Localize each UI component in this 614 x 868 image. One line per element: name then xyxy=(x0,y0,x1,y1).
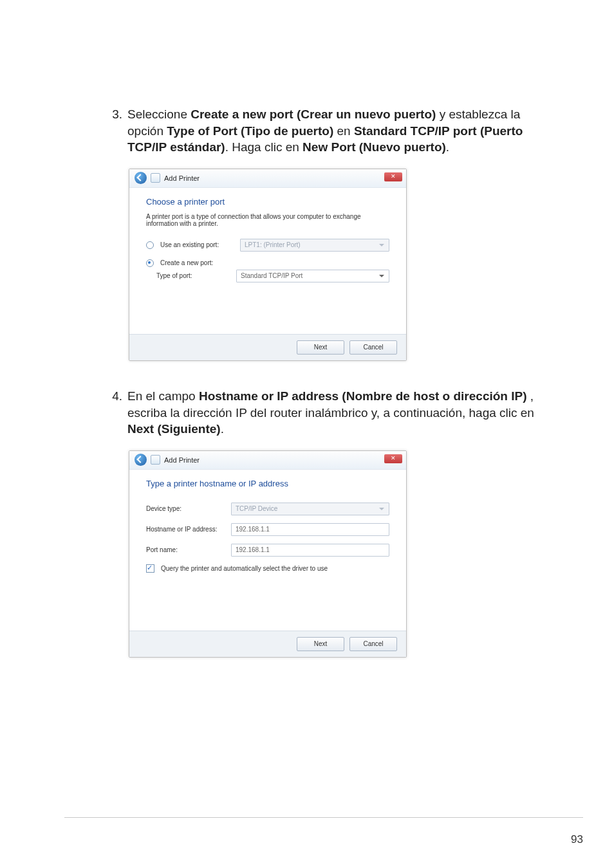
dialog-description: A printer port is a type of connection t… xyxy=(146,213,389,227)
type-of-port-label: Type of port: xyxy=(146,272,234,279)
cancel-button[interactable]: Cancel xyxy=(349,637,397,651)
close-icon[interactable] xyxy=(384,172,402,181)
back-icon[interactable] xyxy=(135,172,147,184)
titlebar: Add Printer xyxy=(129,451,406,469)
add-printer-dialog-port: Add Printer Choose a printer port A prin… xyxy=(129,169,407,361)
next-button[interactable]: Next xyxy=(297,340,344,355)
step-4-number: 4. xyxy=(103,388,127,438)
use-existing-port-label: Use an existing port: xyxy=(160,241,237,248)
port-name-input[interactable]: 192.168.1.1 xyxy=(231,544,389,557)
chevron-down-icon xyxy=(378,273,385,279)
create-new-port-label: Create a new port: xyxy=(160,259,237,266)
step-3-number: 3. xyxy=(103,106,127,156)
hostname-label: Hostname or IP address: xyxy=(146,526,228,533)
query-printer-checkbox[interactable] xyxy=(146,564,154,573)
footer-divider xyxy=(64,817,583,818)
chevron-down-icon xyxy=(378,506,385,512)
step-3: 3. Seleccione Create a new port (Crear u… xyxy=(103,106,550,156)
step-4: 4. En el campo Hostname or IP address (N… xyxy=(103,388,550,438)
device-type-label: Device type: xyxy=(146,505,228,512)
next-button[interactable]: Next xyxy=(297,637,344,651)
window-title: Add Printer xyxy=(164,456,200,464)
existing-port-select: LPT1: (Printer Port) xyxy=(240,239,389,252)
query-printer-label: Query the printer and automatically sele… xyxy=(161,565,328,572)
type-of-port-select[interactable]: Standard TCP/IP Port xyxy=(236,270,389,282)
dialog-heading: Type a printer hostname or IP address xyxy=(146,479,389,488)
dialog-heading: Choose a printer port xyxy=(146,197,389,207)
close-icon[interactable] xyxy=(384,454,402,463)
create-new-port-radio[interactable] xyxy=(146,259,154,267)
cancel-button[interactable]: Cancel xyxy=(349,340,397,355)
add-printer-dialog-hostname: Add Printer Type a printer hostname or I… xyxy=(129,450,407,658)
hostname-input[interactable]: 192.168.1.1 xyxy=(231,523,389,536)
step-3-text: Seleccione Create a new port (Crear un n… xyxy=(127,106,550,156)
back-icon[interactable] xyxy=(135,454,147,466)
printer-icon xyxy=(151,455,160,465)
page-number: 93 xyxy=(571,833,583,846)
step-4-text: En el campo Hostname or IP address (Nomb… xyxy=(127,388,550,438)
device-type-select[interactable]: TCP/IP Device xyxy=(231,503,389,515)
titlebar: Add Printer xyxy=(129,169,406,187)
window-title: Add Printer xyxy=(164,174,200,182)
printer-icon xyxy=(151,173,160,183)
port-name-label: Port name: xyxy=(146,546,228,553)
chevron-down-icon xyxy=(378,242,385,248)
use-existing-port-radio[interactable] xyxy=(146,241,154,249)
